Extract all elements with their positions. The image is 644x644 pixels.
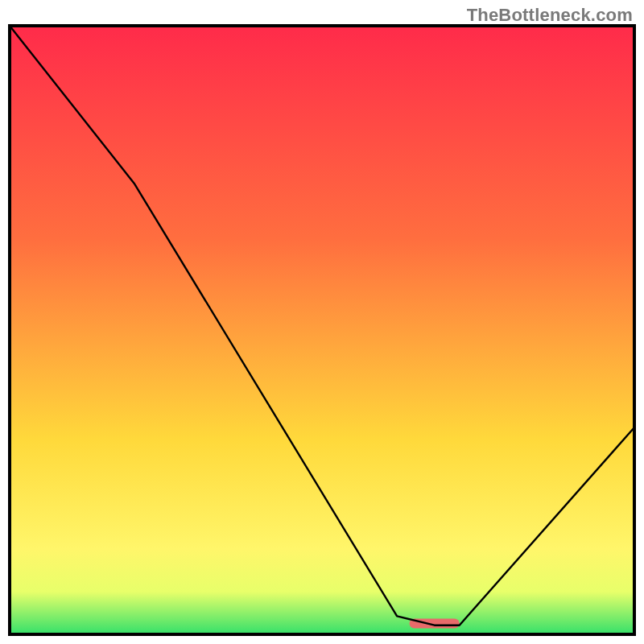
gradient-background [10, 26, 634, 634]
watermark-text: TheBottleneck.com [467, 5, 633, 26]
chart-svg [8, 24, 636, 636]
chart-frame [8, 24, 636, 636]
